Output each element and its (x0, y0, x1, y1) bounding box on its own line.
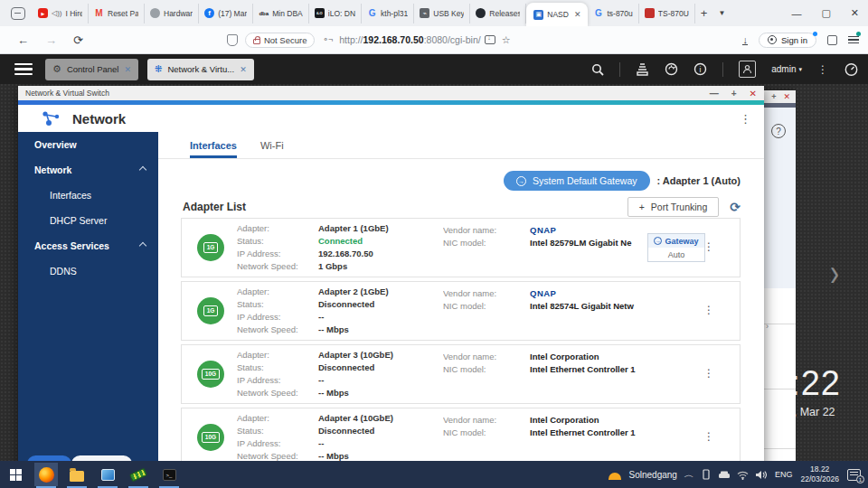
more-options-icon[interactable]: ⋮ (817, 63, 828, 76)
browser-tab[interactable]: dbaMin DBA (253, 4, 309, 23)
browser-tab[interactable]: Releases (470, 4, 526, 23)
tab-interfaces[interactable]: Interfaces (190, 140, 237, 158)
close-button[interactable]: ✕ (750, 89, 757, 99)
info-icon[interactable]: i (693, 62, 707, 76)
adapter-name: Adapter 2 (1GbE) (318, 286, 443, 298)
volume-icon[interactable] (755, 470, 767, 480)
adapter-menu-icon[interactable]: ⋮ (703, 367, 714, 380)
tab-audio-icon[interactable]: ◁)) (52, 9, 61, 17)
wallpaper-next-arrow[interactable]: › (830, 251, 839, 295)
adapter-speed: -- Mbps (318, 324, 443, 336)
url-text[interactable]: http://192.168.70.50:8080/cgi-bin/ (339, 34, 480, 45)
browser-tab[interactable]: (17) Mar (199, 4, 253, 23)
browser-menu-icon[interactable] (848, 34, 859, 46)
browser-maximize-button[interactable]: ▢ (821, 7, 830, 19)
taskbar-firefox[interactable] (34, 463, 58, 486)
close-icon[interactable]: ✕ (783, 92, 790, 101)
browser-tab[interactable]: ◁))I Hired (33, 4, 89, 23)
search-icon[interactable] (591, 63, 604, 76)
chevron-up-icon (139, 166, 146, 174)
action-center-icon[interactable]: 1 (847, 469, 861, 481)
user-menu[interactable]: admin▾ (771, 64, 802, 74)
browser-tab[interactable]: iLO: DN (309, 4, 362, 23)
app-tab-network-virtual-switch[interactable]: ⁜ Network & Virtu... ✕ (147, 59, 254, 80)
tracking-shield-icon[interactable] (227, 34, 238, 46)
start-button[interactable] (4, 463, 27, 486)
browser-tab[interactable]: Gkth-pl31 (362, 4, 414, 23)
adapter-menu-icon[interactable]: ⋮ (703, 430, 714, 443)
taskbar-app-cable[interactable] (127, 463, 150, 486)
password-key-icon[interactable]: ⚬¬ (322, 35, 332, 44)
browser-minimize-button[interactable]: — (791, 8, 801, 19)
system-default-gateway-button[interactable]: →System Default Gateway (504, 171, 650, 191)
sidebar-item-dhcp-server[interactable]: DHCP Server (18, 208, 158, 233)
gateway-button-label: System Default Gateway (533, 175, 637, 186)
sign-in-button[interactable]: Sign in (759, 33, 816, 48)
chevron-right-icon[interactable]: › (766, 322, 769, 331)
tab-search-icon[interactable] (11, 7, 25, 20)
maximize-icon[interactable]: + (771, 92, 776, 101)
help-icon[interactable]: ? (771, 124, 786, 138)
adapter-status: Disconnected (318, 426, 443, 437)
url-field[interactable]: Not Secure ⚬¬ http://192.168.70.50:8080/… (227, 33, 517, 48)
svg-text:i: i (700, 65, 702, 74)
tray-hardware-icon[interactable] (718, 470, 731, 480)
browser-tab[interactable]: MReset Pa (89, 4, 145, 23)
browser-close-button[interactable]: ✕ (851, 7, 859, 19)
new-tab-button[interactable]: + (701, 6, 708, 20)
tab-wifi[interactable]: Wi-Fi (260, 140, 284, 158)
adapter-menu-icon[interactable]: ⋮ (703, 240, 714, 253)
forward-icon[interactable]: → (45, 33, 57, 47)
sidebar-item-access-services[interactable]: Access Services (18, 233, 158, 258)
sidebar-item-network[interactable]: Network (18, 157, 158, 183)
weather-label[interactable]: Solnedgang (629, 470, 677, 480)
close-icon[interactable]: ✕ (124, 65, 131, 74)
browser-tab[interactable]: TS-870U (639, 4, 695, 23)
user-avatar[interactable] (739, 61, 756, 78)
tab-list-chevron-icon[interactable]: ▼ (718, 9, 725, 17)
browser-tab[interactable]: Gts-870u (588, 4, 638, 23)
window-title-bar[interactable]: Network & Virtual Switch — + ✕ (18, 86, 764, 100)
tray-overflow-chevron-icon[interactable]: ︿ (684, 470, 693, 480)
browser-tab[interactable]: USB Key (414, 4, 470, 23)
main-menu-icon[interactable] (14, 61, 33, 79)
minimize-button[interactable]: — (710, 89, 719, 99)
save-page-icon[interactable] (485, 35, 495, 44)
language-indicator[interactable]: ENG (775, 470, 793, 479)
browser-tab-active[interactable]: NASD✕ (526, 3, 588, 26)
not-secure-badge[interactable]: Not Secure (245, 33, 316, 48)
refresh-icon[interactable]: ⟳ (730, 200, 741, 214)
downloads-icon[interactable]: ↓ (742, 35, 748, 45)
wifi-icon[interactable] (737, 470, 749, 480)
app-tab-control-panel[interactable]: ⚙ Control Panel ✕ (45, 59, 138, 80)
notifications-icon[interactable] (665, 62, 678, 76)
content-tabs: Interfaces Wi-Fi (158, 132, 764, 159)
divider (619, 62, 620, 77)
taskbar-clock[interactable]: 18.22 22/03/2026 (800, 465, 839, 483)
tray-device-icon[interactable] (701, 469, 712, 480)
adapter-ip: 192.168.70.50 (318, 249, 443, 260)
adapter-menu-icon[interactable]: ⋮ (703, 304, 714, 316)
dashboard-gauge-icon[interactable] (844, 62, 859, 76)
sidebar-item-ddns[interactable]: DDNS (18, 258, 158, 284)
weather-sun-icon[interactable] (609, 473, 621, 480)
adapter-list-header: Adapter List +Port Trunking ⟳ (183, 197, 741, 217)
reload-icon[interactable]: ⟳ (73, 33, 83, 47)
field-labels: Adapter:Status:IP Address:Network Speed: (237, 286, 318, 336)
taskbar-file-explorer[interactable] (65, 463, 89, 486)
bookmark-star-icon[interactable]: ☆ (502, 34, 511, 46)
background-tasks-icon[interactable] (636, 63, 649, 76)
close-icon[interactable]: ✕ (240, 65, 247, 74)
back-icon[interactable]: ← (17, 33, 29, 47)
taskbar-terminal[interactable]: >_ (157, 463, 181, 486)
browser-tab[interactable]: Hardwar (145, 4, 199, 23)
sidebar-item-interfaces[interactable]: Interfaces (18, 183, 158, 208)
port-trunking-button[interactable]: +Port Trunking (627, 197, 720, 217)
taskbar-app-blue[interactable] (96, 463, 119, 486)
tab-close-icon[interactable]: ✕ (574, 10, 581, 19)
page-menu-icon[interactable]: ⋮ (740, 112, 751, 126)
extensions-icon[interactable] (827, 35, 837, 45)
sidebar-item-overview[interactable]: Overview (18, 132, 158, 157)
maximize-button[interactable]: + (731, 89, 737, 99)
screen: ◁))I Hired MReset Pa Hardwar (17) Mar db… (0, 0, 868, 488)
